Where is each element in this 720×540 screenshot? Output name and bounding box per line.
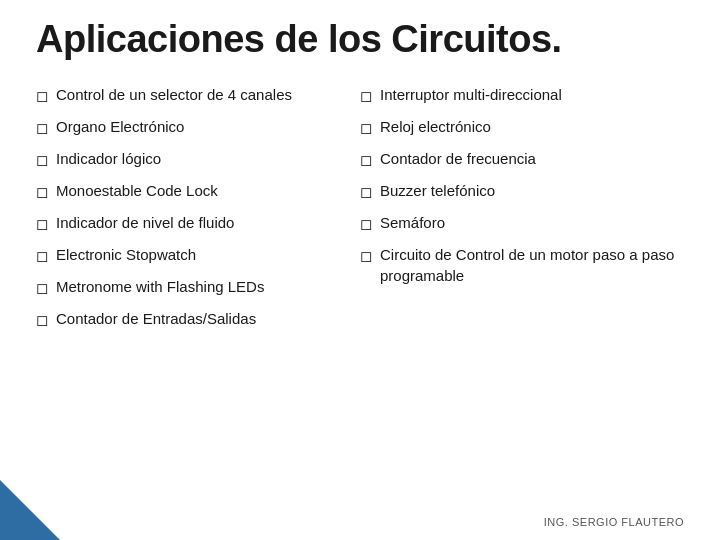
list-item: ◻ Contador de frecuencia [360,143,684,175]
footer-credit: ING. SERGIO FLAUTERO [544,516,684,528]
bullet-icon: ◻ [36,245,48,266]
list-item: ◻ Electronic Stopwatch [36,239,360,271]
list-item: ◻ Organo Electrónico [36,111,360,143]
item-text: Metronome with Flashing LEDs [56,276,264,297]
item-text: Monoestable Code Lock [56,180,218,201]
item-text: Contador de frecuencia [380,148,536,169]
list-item: ◻ Indicador lógico [36,143,360,175]
bullet-icon: ◻ [360,181,372,202]
bullet-icon: ◻ [36,181,48,202]
right-column: ◻ Interruptor multi-direccional ◻ Reloj … [360,79,684,335]
content-area: ◻ Control de un selector de 4 canales ◻ … [36,79,684,335]
bullet-icon: ◻ [36,213,48,234]
list-item: ◻ Contador de Entradas/Salidas [36,303,360,335]
corner-decoration [0,480,60,540]
list-item: ◻ Indicador de nivel de fluido [36,207,360,239]
item-text: Contador de Entradas/Salidas [56,308,256,329]
list-item: ◻ Interruptor multi-direccional [360,79,684,111]
item-text: Circuito de Control de un motor paso a p… [380,244,684,286]
item-text: Indicador lógico [56,148,161,169]
bullet-icon: ◻ [36,149,48,170]
item-text: Buzzer telefónico [380,180,495,201]
bullet-icon: ◻ [36,277,48,298]
list-item: ◻ Semáforo [360,207,684,239]
item-text: Control de un selector de 4 canales [56,84,292,105]
item-text: Semáforo [380,212,445,233]
list-item: ◻ Buzzer telefónico [360,175,684,207]
list-item: ◻ Metronome with Flashing LEDs [36,271,360,303]
bullet-icon: ◻ [360,85,372,106]
bullet-icon: ◻ [360,149,372,170]
item-text: Electronic Stopwatch [56,244,196,265]
bullet-icon: ◻ [360,245,372,266]
bullet-icon: ◻ [360,117,372,138]
page-title: Aplicaciones de los Circuitos. [36,18,684,61]
item-text: Interruptor multi-direccional [380,84,562,105]
item-text: Indicador de nivel de fluido [56,212,234,233]
item-text: Organo Electrónico [56,116,184,137]
list-item: ◻ Control de un selector de 4 canales [36,79,360,111]
bullet-icon: ◻ [360,213,372,234]
left-column: ◻ Control de un selector de 4 canales ◻ … [36,79,360,335]
list-item: ◻ Reloj electrónico [360,111,684,143]
bullet-icon: ◻ [36,309,48,330]
bullet-icon: ◻ [36,85,48,106]
list-item: ◻ Circuito de Control de un motor paso a… [360,239,684,291]
page: Aplicaciones de los Circuitos. ◻ Control… [0,0,720,540]
bullet-icon: ◻ [36,117,48,138]
item-text: Reloj electrónico [380,116,491,137]
list-item: ◻ Monoestable Code Lock [36,175,360,207]
